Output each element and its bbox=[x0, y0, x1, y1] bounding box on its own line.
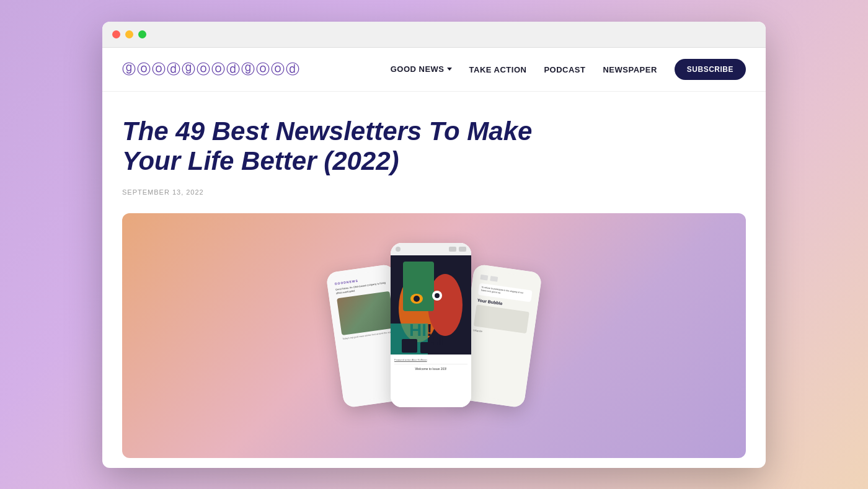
browser-chrome bbox=[102, 22, 766, 48]
svg-point-5 bbox=[414, 296, 420, 302]
tab-icon-1 bbox=[449, 247, 456, 252]
close-button[interactable] bbox=[112, 30, 120, 38]
article-date: SEPTEMBER 13, 2022 bbox=[122, 188, 746, 196]
phone-caption: Featured artist: Alice Hoffman bbox=[394, 358, 467, 361]
nav-link-newspaper[interactable]: NEWSPAPER bbox=[603, 65, 657, 74]
nav-item-take-action[interactable]: TAKE ACTION bbox=[469, 64, 527, 75]
phone-center-illustration: HI! HI bbox=[391, 255, 471, 355]
phone-back-icon bbox=[396, 247, 401, 252]
nav-link-take-action[interactable]: TAKE ACTION bbox=[469, 65, 527, 74]
illustration-svg: HI! HI bbox=[391, 255, 471, 355]
nav-item-newspaper[interactable]: NEWSPAPER bbox=[603, 64, 657, 75]
svg-rect-12 bbox=[420, 342, 433, 353]
nav-link-good-news[interactable]: GOOD NEWS bbox=[391, 64, 452, 74]
main-content: The 49 Best Newsletters To Make Your Lif… bbox=[102, 92, 766, 468]
nav-item-subscribe[interactable]: SUBSCRIBE bbox=[675, 59, 746, 80]
maximize-button[interactable] bbox=[138, 30, 146, 38]
nav-link-podcast[interactable]: PODCAST bbox=[544, 65, 585, 74]
svg-point-7 bbox=[435, 293, 440, 298]
subscribe-button[interactable]: SUBSCRIBE bbox=[675, 59, 746, 80]
svg-rect-3 bbox=[403, 262, 434, 311]
phone-center-top-bar bbox=[391, 243, 471, 255]
nav-links: GOOD NEWS TAKE ACTION PODCAST NEWSPAPER … bbox=[391, 59, 746, 80]
phone-center-bottom: Featured artist: Alice Hoffman Welcome t… bbox=[391, 355, 471, 377]
site-logo[interactable]: ⓖⓞⓞⓓⓖⓞⓞⓓⓖⓞⓞⓓ bbox=[122, 60, 301, 79]
article-title: The 49 Best Newsletters To Make Your Lif… bbox=[122, 117, 544, 177]
browser-window: ⓖⓞⓞⓓⓖⓞⓞⓓⓖⓞⓞⓓ GOOD NEWS TAKE ACTION PODCA… bbox=[102, 22, 766, 468]
nav-item-good-news[interactable]: GOOD NEWS bbox=[391, 64, 452, 74]
hero-image: GOODNEWS Good News: An Ohio-based compan… bbox=[122, 213, 746, 458]
chevron-down-icon bbox=[447, 68, 452, 71]
minimize-button[interactable] bbox=[125, 30, 133, 38]
browser-content: ⓖⓞⓞⓓⓖⓞⓞⓓⓖⓞⓞⓓ GOOD NEWS TAKE ACTION PODCA… bbox=[102, 48, 766, 468]
tab-icon-2 bbox=[459, 247, 466, 252]
top-bar-icons bbox=[449, 247, 466, 252]
phones-container: GOODNEWS Good News: An Ohio-based compan… bbox=[335, 231, 533, 441]
navbar: ⓖⓞⓞⓓⓖⓞⓞⓓⓖⓞⓞⓓ GOOD NEWS TAKE ACTION PODCA… bbox=[102, 48, 766, 92]
phone-right-image bbox=[474, 304, 529, 333]
phone-center-screen: HI! HI Featured artist: bbox=[391, 243, 471, 407]
phone-welcome: Welcome to Issue 203! bbox=[394, 364, 467, 373]
nav-item-podcast[interactable]: PODCAST bbox=[544, 64, 585, 75]
svg-rect-11 bbox=[402, 339, 417, 353]
phone-center: HI! HI Featured artist: bbox=[391, 243, 471, 407]
phone-left-image bbox=[337, 291, 395, 335]
